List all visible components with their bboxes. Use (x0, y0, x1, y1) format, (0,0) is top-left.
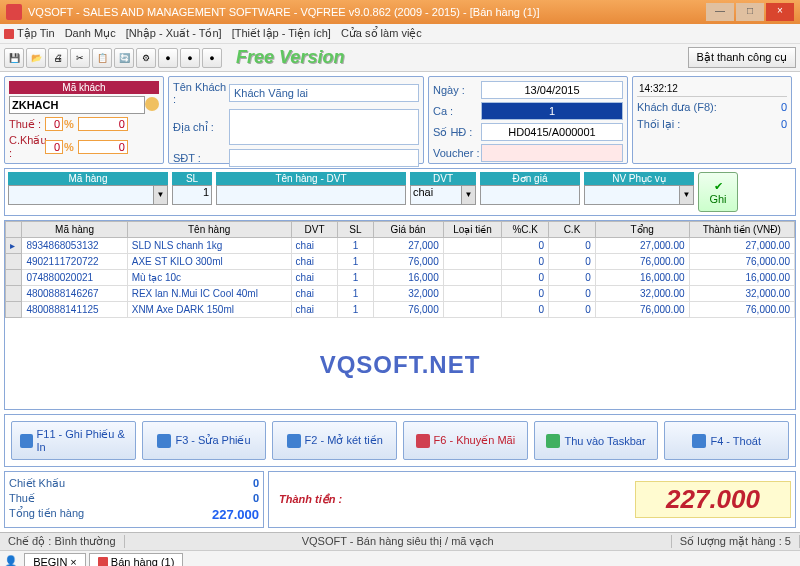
tb-refresh-icon[interactable]: 🔄 (114, 48, 134, 68)
discount-pct-input[interactable]: 0 (45, 140, 63, 154)
change-label: Thối lại : (637, 118, 680, 131)
table-row[interactable]: 4902111720722AXE ST KILO 300mlchai176,00… (6, 254, 795, 270)
tb-cut-icon[interactable]: ✂ (70, 48, 90, 68)
f6-button[interactable]: F6 - Khuyến Mãi (403, 421, 528, 460)
menu-icon (4, 29, 14, 39)
menu-catalog[interactable]: Danh Mục (65, 27, 116, 40)
shift-value[interactable]: 1 (481, 102, 623, 120)
entry-staff-input[interactable] (584, 185, 680, 205)
col-unit[interactable]: DVT (291, 222, 338, 238)
status-bar: Chế độ : Bình thường VQSOFT - Bán hàng s… (0, 532, 800, 550)
table-row[interactable]: 4800888146267REX lan N.Mui IC Cool 40mlc… (6, 286, 795, 302)
invoice-value: HD0415/A000001 (481, 123, 623, 141)
window-title: VQSOFT - SALES AND MANAGEMENT SOFTWARE -… (28, 6, 704, 18)
table-row[interactable]: 074880020021Mù tạc 10cchai116,0000016,00… (6, 270, 795, 286)
tb-save-icon[interactable]: 💾 (4, 48, 24, 68)
table-row[interactable]: ▸8934868053132SLD NLS chanh 1kgchai127,0… (6, 238, 795, 254)
phone-input[interactable] (229, 149, 419, 167)
payment-panel: 14:32:12 Khách đưa (F8):0 Thối lại :0 (632, 76, 792, 164)
entry-bar: Mã hàng▼ SL1 Tên hàng - DVT DVTchai▼ Đơn… (4, 168, 796, 216)
col-disc[interactable]: C.K (549, 222, 596, 238)
col-amount[interactable]: Thành tiền (VNĐ) (689, 222, 794, 238)
menu-window[interactable]: Cửa sổ làm việc (341, 27, 422, 40)
app-icon (6, 4, 22, 20)
save-icon (20, 434, 33, 448)
col-disc-pct[interactable]: %C.K (502, 222, 549, 238)
dropdown-icon[interactable]: ▼ (680, 185, 694, 205)
name-input[interactable]: Khách Vãng lai (229, 84, 419, 102)
col-name[interactable]: Tên hàng (127, 222, 291, 238)
close-icon[interactable]: × (70, 556, 76, 567)
sum-disc-label: Chiết Khấu (9, 477, 65, 490)
address-input[interactable] (229, 109, 419, 145)
entry-name-input[interactable] (216, 185, 406, 205)
tab-user-icon: 👤 (4, 555, 18, 566)
maximize-button[interactable]: □ (736, 3, 764, 21)
f4-button[interactable]: F4 - Thoát (664, 421, 789, 460)
title-bar: VQSOFT - SALES AND MANAGEMENT SOFTWARE -… (0, 0, 800, 24)
f11-button[interactable]: F11 - Ghi Phiếu & In (11, 421, 136, 460)
entry-code-header: Mã hàng (8, 172, 168, 185)
toggle-toolbar-button[interactable]: Bật thanh công cụ (688, 47, 796, 68)
entry-unit-input[interactable]: chai (410, 185, 462, 205)
discount-val: 0 (78, 140, 128, 154)
menu-settings[interactable]: [Thiết lập - Tiện ích] (232, 27, 331, 40)
tb-settings-icon[interactable]: ⚙ (136, 48, 156, 68)
discount-label: C.Khấu : (9, 134, 45, 159)
minimize-icon (546, 434, 560, 448)
col-code[interactable]: Mã hàng (22, 222, 127, 238)
cash-given-label: Khách đưa (F8): (637, 101, 717, 114)
entry-code-input[interactable] (8, 185, 154, 205)
change-value: 0 (781, 118, 787, 131)
clock: 14:32:12 (637, 81, 787, 97)
promo-icon (416, 434, 430, 448)
tab-bar: 👤 BEGIN × Bán hàng (1) (0, 550, 800, 566)
tb-print-icon[interactable]: 🖨 (48, 48, 68, 68)
doc-icon (98, 557, 108, 567)
date-label: Ngày : (433, 84, 481, 96)
entry-price-input[interactable] (480, 185, 580, 205)
close-button[interactable]: × (766, 3, 794, 21)
dropdown-icon[interactable]: ▼ (462, 185, 476, 205)
f3-button[interactable]: F3 - Sửa Phiếu (142, 421, 267, 460)
entry-qty-input[interactable]: 1 (172, 185, 212, 205)
tb-open-icon[interactable]: 📂 (26, 48, 46, 68)
info-panel: Tên Khách : Khách Vãng lai Địa chỉ : SĐT… (168, 76, 424, 164)
invoice-label: Số HĐ : (433, 126, 481, 139)
watermark: VQSOFT.NET (5, 351, 795, 379)
sum-disc-value: 0 (253, 477, 259, 490)
table-row[interactable]: 4800888141125XNM Axe DARK 150mlchai176,0… (6, 302, 795, 318)
minimize-button[interactable]: — (706, 3, 734, 21)
tax-pct-input[interactable]: 0 (45, 117, 63, 131)
shift-label: Ca : (433, 105, 481, 117)
person-icon[interactable] (145, 97, 159, 111)
dropdown-icon[interactable]: ▼ (154, 185, 168, 205)
menu-stock[interactable]: [Nhập - Xuất - Tồn] (126, 27, 222, 40)
customer-code-input[interactable]: ZKHACH (9, 96, 145, 114)
customer-panel: Mã khách ZKHACH Thuế : 0% 0 C.Khấu : 0% … (4, 76, 164, 164)
col-currency[interactable]: Loại tiền (443, 222, 502, 238)
tb-copy-icon[interactable]: 📋 (92, 48, 112, 68)
col-qty[interactable]: SL (338, 222, 373, 238)
taskbar-button[interactable]: Thu vào Taskbar (534, 421, 659, 460)
cash-icon (287, 434, 301, 448)
tab-begin[interactable]: BEGIN × (24, 553, 86, 567)
entry-staff-header: NV Phục vụ (584, 172, 694, 185)
voucher-input[interactable] (481, 144, 623, 162)
ghi-button[interactable]: ✔Ghi (698, 172, 738, 212)
tb-tool8-icon[interactable]: ● (158, 48, 178, 68)
col-price[interactable]: Giá bán (373, 222, 443, 238)
tab-sales[interactable]: Bán hàng (1) (89, 553, 184, 567)
exit-icon (692, 434, 706, 448)
items-grid[interactable]: Mã hàng Tên hàng DVT SL Giá bán Loại tiề… (4, 220, 796, 410)
menu-file[interactable]: Tập Tin (17, 27, 55, 40)
menu-bar: Tập Tin Danh Mục [Nhập - Xuất - Tồn] [Th… (0, 24, 800, 44)
cash-given-value[interactable]: 0 (781, 101, 787, 114)
tb-tool10-icon[interactable]: ● (202, 48, 222, 68)
phone-label: SĐT : (173, 152, 229, 164)
tb-tool9-icon[interactable]: ● (180, 48, 200, 68)
col-total[interactable]: Tổng (595, 222, 689, 238)
f2-button[interactable]: F2 - Mở két tiền (272, 421, 397, 460)
date-input[interactable]: 13/04/2015 (481, 81, 623, 99)
status-mid: VQSOFT - Bán hàng siêu thị / mã vạch (125, 535, 672, 548)
